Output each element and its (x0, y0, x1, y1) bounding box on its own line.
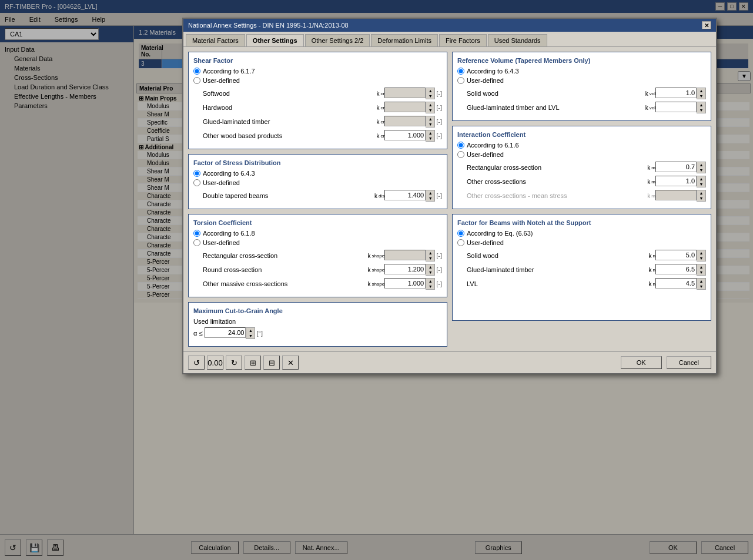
ref-radio1[interactable] (457, 68, 464, 75)
cut-grain-input[interactable] (205, 327, 246, 338)
footer-reset-button[interactable]: ↺ (188, 356, 205, 370)
solid-wood-input[interactable] (655, 88, 697, 98)
rect-torsion-up[interactable]: ▲ (426, 250, 434, 256)
rect-torsion-down[interactable]: ▼ (426, 256, 434, 261)
cut-grain-spinner: ▲ ▼ (246, 327, 255, 339)
solid-wood-row: Solid wood kvol ▲ ▼ (457, 88, 706, 99)
rect-torsion-bracket: [-] (436, 252, 442, 259)
ref-radio2[interactable] (457, 77, 464, 84)
mean-stress-up[interactable]: ▲ (697, 190, 705, 196)
mean-stress-down[interactable]: ▼ (697, 196, 705, 201)
tab-material-factors[interactable]: Material Factors (186, 34, 245, 46)
solid-wood-up[interactable]: ▲ (697, 88, 705, 93)
notch-glulam-up[interactable]: ▲ (697, 264, 705, 270)
footer-icons: ↺ 0.00 ↻ ⊞ ⊟ ✕ (188, 356, 299, 370)
other-wood-down[interactable]: ▼ (426, 136, 434, 141)
notch-glulam-down[interactable]: ▼ (697, 270, 705, 275)
footer-copy-button[interactable]: ⊞ (245, 356, 261, 370)
softwood-label: Softwood (203, 90, 361, 97)
footer-redo-button[interactable]: ↻ (226, 356, 242, 370)
other-wood-up[interactable]: ▲ (426, 130, 434, 136)
solid-wood-down[interactable]: ▼ (697, 93, 705, 99)
tab-used-standards[interactable]: Used Standards (488, 34, 547, 46)
other-torsion-up[interactable]: ▲ (426, 279, 434, 284)
tab-fire-factors[interactable]: Fire Factors (439, 34, 487, 46)
cut-grain-down[interactable]: ▼ (246, 333, 255, 338)
round-torsion-input[interactable] (384, 264, 426, 274)
hardwood-up[interactable]: ▲ (426, 102, 434, 108)
rect-interact-down[interactable]: ▼ (697, 167, 705, 173)
glulam-lvl-input[interactable] (655, 102, 697, 112)
notch-lvl-down[interactable]: ▼ (697, 284, 705, 289)
stress-radio1[interactable] (193, 170, 200, 177)
other-interact-spinner: ▲ ▼ (697, 176, 706, 187)
notch-lvl-input[interactable] (655, 278, 697, 289)
solid-wood-input-group: ▲ ▼ (655, 88, 706, 99)
torsion-radio1[interactable] (193, 230, 200, 237)
footer-paste-button[interactable]: ⊟ (263, 356, 280, 370)
hardwood-input[interactable] (384, 102, 426, 112)
other-interact-up[interactable]: ▲ (697, 176, 705, 182)
glulam-lvl-row: Glued-laminated timber and LVL kvol ▲ ▼ (457, 102, 706, 113)
hardwood-symbol: kcr (361, 105, 384, 111)
shear-radio1[interactable] (193, 68, 200, 75)
cut-grain-up[interactable]: ▲ (246, 328, 255, 333)
round-torsion-up[interactable]: ▲ (426, 264, 434, 270)
other-interact-down[interactable]: ▼ (697, 182, 705, 187)
mean-stress-symbol: km (632, 193, 655, 199)
notch-radio1-label: According to Eq. (6.63) (467, 230, 533, 237)
interact-radio2[interactable] (457, 151, 464, 158)
rect-interact-input[interactable] (655, 162, 697, 172)
stress-radio2[interactable] (193, 179, 200, 186)
mean-stress-input[interactable] (655, 190, 697, 200)
double-taper-up[interactable]: ▲ (426, 190, 434, 196)
softwood-up[interactable]: ▲ (426, 88, 434, 93)
cut-grain-row: α ≤ ▲ ▼ [°] (193, 327, 442, 339)
modal-ok-button[interactable]: OK (621, 356, 662, 369)
notch-lvl-up[interactable]: ▲ (697, 279, 705, 284)
glulam-up[interactable]: ▲ (426, 116, 434, 122)
footer-zero-button[interactable]: 0.00 (207, 356, 223, 370)
rect-torsion-input-group: ▲ ▼ (384, 250, 435, 261)
notch-glulam-input[interactable] (655, 264, 697, 274)
glulam-down[interactable]: ▼ (426, 122, 434, 127)
notch-solid-down[interactable]: ▼ (697, 256, 705, 261)
mean-stress-row: Other cross-sections - mean stress km ▲ … (457, 190, 706, 202)
tab-other-settings[interactable]: Other Settings (246, 34, 304, 46)
softwood-input[interactable] (384, 88, 426, 98)
rect-interact-up[interactable]: ▲ (697, 162, 705, 167)
double-taper-row: Double tapered beams kdis ▲ ▼ [-] (193, 190, 442, 202)
hardwood-down[interactable]: ▼ (426, 108, 434, 113)
tab-deformation-limits[interactable]: Deformation Limits (371, 34, 438, 46)
notch-radio2[interactable] (457, 239, 464, 246)
modal-close-button[interactable]: ✕ (702, 21, 711, 29)
softwood-down[interactable]: ▼ (426, 93, 434, 99)
modal-cancel-button[interactable]: Cancel (667, 356, 711, 369)
right-column: Reference Volume (Tapered Members Only) … (452, 52, 711, 347)
other-wood-input[interactable] (384, 130, 426, 140)
notch-lvl-input-group: ▲ ▼ (655, 278, 706, 290)
notch-solid-up[interactable]: ▲ (697, 250, 705, 256)
double-taper-down[interactable]: ▼ (426, 196, 434, 201)
interact-radio1[interactable] (457, 142, 464, 149)
glulam-lvl-up[interactable]: ▲ (697, 102, 705, 108)
tab-other-settings-2[interactable]: Other Settings 2/2 (305, 34, 370, 46)
notch-solid-input[interactable] (655, 250, 697, 260)
footer-delete-button[interactable]: ✕ (282, 356, 299, 370)
shear-radio2-label: User-defined (203, 77, 240, 84)
round-torsion-down[interactable]: ▼ (426, 270, 434, 275)
rect-torsion-spinner: ▲ ▼ (426, 250, 435, 261)
notch-radio1[interactable] (457, 230, 464, 237)
shear-radio2[interactable] (193, 77, 200, 84)
other-torsion-down[interactable]: ▼ (426, 284, 434, 289)
ref-volume-section: Reference Volume (Tapered Members Only) … (452, 52, 711, 121)
other-interact-input[interactable] (655, 176, 697, 186)
torsion-radio2[interactable] (193, 239, 200, 246)
glulam-lvl-down[interactable]: ▼ (697, 108, 705, 113)
glulam-input[interactable] (384, 116, 426, 126)
other-torsion-input[interactable] (384, 278, 426, 289)
modal-title: National Annex Settings - DIN EN 1995-1-… (188, 22, 349, 29)
double-taper-input[interactable] (384, 190, 426, 200)
cut-grain-used-label: Used limitation (193, 318, 442, 325)
rect-torsion-input[interactable] (384, 250, 426, 260)
